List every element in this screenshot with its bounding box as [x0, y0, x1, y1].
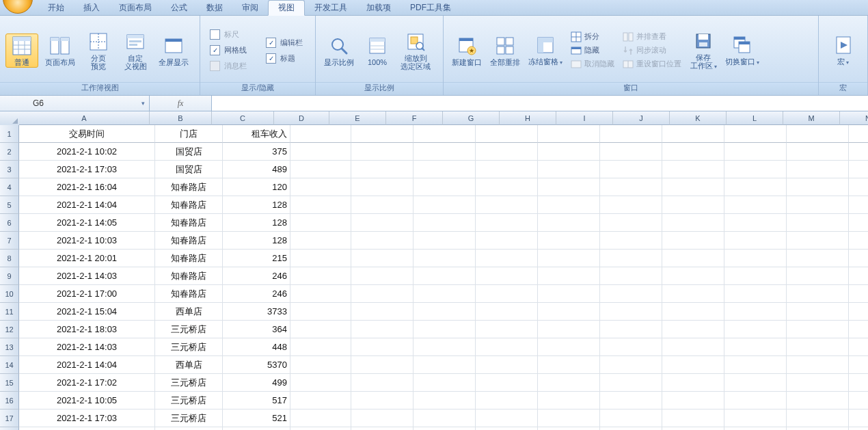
cell[interactable]: [290, 214, 351, 232]
cell[interactable]: [476, 392, 538, 409]
fx-icon[interactable]: fx: [178, 98, 184, 109]
cell[interactable]: [476, 178, 538, 196]
cell[interactable]: 三元桥店: [155, 338, 223, 356]
row-header[interactable]: 16: [0, 392, 19, 409]
gridlines-checkbox[interactable]: ✓网格线: [210, 45, 247, 55]
cell[interactable]: [662, 125, 724, 143]
cell[interactable]: [351, 232, 413, 250]
headings-checkbox[interactable]: ✓标题: [266, 53, 303, 64]
cell[interactable]: 国贸店: [155, 143, 223, 161]
cell[interactable]: 2021-2-1 17:00: [19, 285, 155, 303]
cell[interactable]: [787, 161, 849, 178]
cell[interactable]: [662, 161, 724, 178]
cell[interactable]: [290, 161, 351, 178]
cell[interactable]: 128: [223, 214, 290, 232]
cell[interactable]: [351, 250, 413, 267]
cell[interactable]: [849, 178, 868, 196]
cell[interactable]: [538, 267, 600, 285]
cell[interactable]: 489: [223, 161, 290, 178]
formula-input[interactable]: [212, 96, 868, 111]
cell[interactable]: [413, 338, 476, 356]
column-header[interactable]: A: [19, 111, 150, 125]
tab-加载项[interactable]: 加载项: [357, 1, 401, 15]
cell[interactable]: 西单店: [155, 303, 223, 321]
page-layout-button[interactable]: 页面布局: [42, 33, 78, 68]
cell[interactable]: [351, 285, 413, 303]
cell[interactable]: 2021-2-1 14:03: [19, 338, 155, 356]
cell[interactable]: [787, 392, 849, 409]
cell[interactable]: [600, 409, 662, 427]
row-header[interactable]: 12: [0, 321, 19, 338]
cell[interactable]: 364: [223, 321, 290, 338]
cell[interactable]: [662, 250, 724, 267]
cell[interactable]: [476, 267, 538, 285]
cell[interactable]: [724, 392, 787, 409]
cell[interactable]: 三元桥店: [155, 409, 223, 427]
cell[interactable]: [662, 392, 724, 409]
cell[interactable]: 3733: [223, 303, 290, 321]
row-header[interactable]: 11: [0, 303, 19, 321]
cell[interactable]: [724, 161, 787, 178]
cell[interactable]: [538, 338, 600, 356]
cell[interactable]: [538, 250, 600, 267]
cell[interactable]: [787, 178, 849, 196]
cell[interactable]: [662, 178, 724, 196]
zoom-100-button[interactable]: 100%: [361, 33, 394, 68]
cell[interactable]: [290, 374, 351, 392]
column-header[interactable]: M: [783, 111, 840, 125]
tab-开始[interactable]: 开始: [38, 1, 74, 15]
cell[interactable]: 2021-2-1 20:03: [19, 427, 155, 430]
cell[interactable]: [290, 178, 351, 196]
cell[interactable]: [662, 143, 724, 161]
cell[interactable]: 三元桥店: [155, 374, 223, 392]
cell[interactable]: [600, 178, 662, 196]
cell[interactable]: [787, 409, 849, 427]
cell[interactable]: 西单店: [155, 356, 223, 374]
save-workspace-button[interactable]: 保存 工作区▾: [687, 29, 720, 72]
cell[interactable]: 知春路店: [155, 178, 223, 196]
cell[interactable]: [849, 250, 868, 267]
row-header[interactable]: 13: [0, 338, 19, 356]
cell[interactable]: [538, 161, 600, 178]
column-header[interactable]: C: [212, 111, 274, 125]
cell[interactable]: [787, 285, 849, 303]
cell[interactable]: [600, 161, 662, 178]
cell[interactable]: [600, 267, 662, 285]
cell[interactable]: [538, 232, 600, 250]
row-header[interactable]: 18: [0, 427, 19, 430]
cell[interactable]: 120: [223, 178, 290, 196]
cell[interactable]: [600, 143, 662, 161]
cell[interactable]: [413, 267, 476, 285]
row-header[interactable]: 6: [0, 214, 19, 232]
cell[interactable]: [849, 285, 868, 303]
cell[interactable]: 知春路店: [155, 250, 223, 267]
tab-审阅[interactable]: 审阅: [232, 1, 268, 15]
column-header[interactable]: D: [274, 111, 329, 125]
cell[interactable]: [413, 214, 476, 232]
cell[interactable]: [538, 374, 600, 392]
cell[interactable]: 租车收入: [223, 125, 290, 143]
row-header[interactable]: 15: [0, 374, 19, 392]
cell[interactable]: [849, 214, 868, 232]
cell[interactable]: [662, 232, 724, 250]
cell[interactable]: [351, 143, 413, 161]
cell[interactable]: [662, 427, 724, 430]
worksheet-grid[interactable]: ABCDEFGHIJKLMN 1234567891011121314151617…: [0, 111, 868, 430]
row-header[interactable]: 8: [0, 250, 19, 267]
cell[interactable]: [662, 214, 724, 232]
cell[interactable]: [662, 356, 724, 374]
cell[interactable]: 246: [223, 285, 290, 303]
cell[interactable]: [724, 125, 787, 143]
cell[interactable]: [662, 321, 724, 338]
name-box[interactable]: G6: [0, 96, 150, 111]
cell[interactable]: 680: [223, 427, 290, 430]
office-button[interactable]: [3, 0, 33, 14]
cell[interactable]: [290, 409, 351, 427]
cell[interactable]: [600, 356, 662, 374]
hide-button[interactable]: 隐藏: [571, 45, 614, 56]
cell[interactable]: [413, 392, 476, 409]
row-header[interactable]: 7: [0, 232, 19, 250]
cell[interactable]: [600, 321, 662, 338]
cell[interactable]: [787, 125, 849, 143]
cell[interactable]: [724, 178, 787, 196]
